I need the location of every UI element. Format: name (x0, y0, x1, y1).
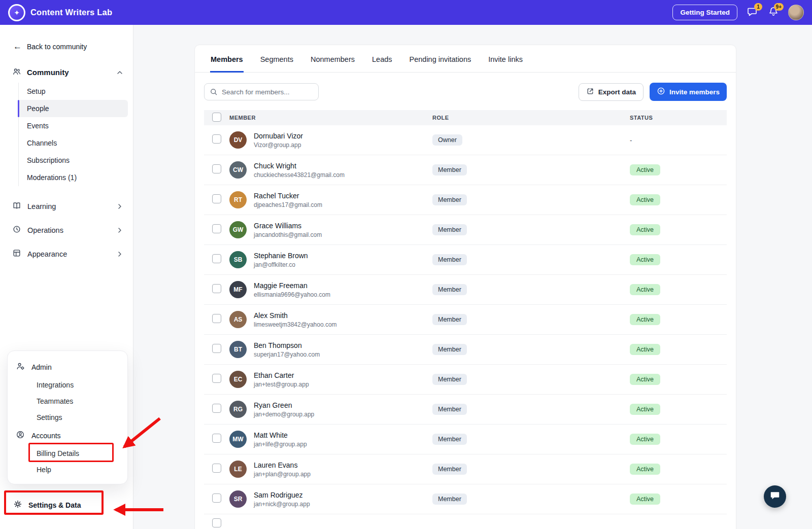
tab[interactable]: Segments (260, 55, 294, 73)
column-status: STATUS (630, 115, 727, 121)
member-name: Matt White (254, 431, 307, 439)
tab[interactable]: Pending invitations (409, 55, 472, 73)
table-row: LE Lauren Evans jan+plan@group.app Membe… (204, 454, 727, 484)
member-name: Grace Williams (254, 222, 322, 230)
sidebar-item[interactable]: Setup (19, 83, 128, 100)
chat-launcher-button[interactable] (764, 485, 786, 508)
member-avatar: BT (229, 341, 247, 358)
tab-label: Leads (372, 55, 392, 63)
row-checkbox[interactable] (212, 493, 221, 503)
tab[interactable]: Leads (371, 55, 393, 73)
column-member: MEMBER (229, 115, 432, 121)
member-email: jan+nick@group.app (254, 501, 310, 508)
table-row: GW Grace Williams jancandothis@gmail.com… (204, 215, 727, 245)
settings-and-data-button[interactable]: Settings & Data (0, 495, 89, 515)
status-badge: Active (630, 284, 660, 295)
community-icon (12, 67, 21, 78)
tab-label: Segments (260, 55, 293, 63)
row-checkbox[interactable] (212, 434, 221, 443)
table-row: EC Ethan Carter jan+test@group.app Membe… (204, 365, 727, 395)
sidebar-section-operations[interactable]: Operations (0, 218, 133, 242)
member-email: Vizor@group.app (254, 142, 303, 149)
member-name: Maggie Freeman (254, 281, 330, 290)
chevron-right-icon (116, 250, 124, 258)
table-row-partial (204, 514, 727, 527)
menu-item-integrations[interactable]: Integrations (8, 377, 127, 393)
row-checkbox[interactable] (212, 284, 221, 293)
chevron-up-icon (116, 68, 124, 77)
book-icon (12, 201, 21, 211)
status-badge: Active (630, 493, 660, 505)
row-checkbox[interactable] (212, 134, 221, 144)
role-badge: Member (432, 284, 467, 295)
row-checkbox[interactable] (212, 194, 221, 203)
member-email: jan@offkilter.co (254, 261, 308, 268)
accounts-person-circle-icon (16, 430, 25, 441)
search-members-input[interactable] (204, 83, 319, 100)
menu-item-settings[interactable]: Settings (8, 409, 127, 426)
row-checkbox[interactable] (212, 164, 221, 173)
tab[interactable]: Invite links (488, 55, 523, 73)
member-avatar: RT (229, 191, 247, 208)
member-name: Lauren Evans (254, 461, 311, 469)
member-name: Ben Thompson (254, 341, 320, 349)
row-checkbox[interactable] (212, 518, 221, 527)
member-email: limesweetjm3842@yahoo.com (254, 321, 337, 328)
sliders-icon (12, 225, 21, 235)
member-email: ellismania9696@yahoo.com (254, 291, 330, 298)
admin-menu-header[interactable]: Admin (8, 357, 127, 377)
member-email: jan+test@group.app (254, 381, 309, 388)
invite-members-button[interactable]: Invite members (650, 83, 727, 101)
member-avatar: RG (229, 401, 247, 418)
sidebar-section-appearance[interactable]: Appearance (0, 242, 133, 266)
member-email: superjan17@yahoo.com (254, 351, 320, 358)
status-badge: Active (630, 404, 660, 415)
topbar: ✦ Content Writers Lab Getting Started 1 … (0, 0, 812, 25)
getting-started-button[interactable]: Getting Started (672, 5, 737, 20)
sidebar-section-learning[interactable]: Learning (0, 194, 133, 218)
sidebar-item[interactable]: Events (19, 117, 128, 134)
member-name: Ethan Carter (254, 371, 309, 379)
status-badge: Active (630, 164, 660, 175)
tab[interactable]: Nonmembers (310, 55, 355, 73)
export-data-button[interactable]: Export data (579, 83, 644, 101)
member-avatar: EC (229, 371, 247, 388)
sidebar-item[interactable]: Subscriptions (19, 152, 128, 169)
role-badge: Member (432, 314, 467, 325)
menu-item-billing-details[interactable]: Billing Details (8, 445, 127, 462)
sidebar-item[interactable]: Moderations (1) (19, 169, 128, 186)
sidebar-section-community[interactable]: Community (0, 67, 133, 82)
export-icon (586, 87, 594, 97)
row-checkbox[interactable] (212, 314, 221, 323)
messages-button[interactable]: 1 (746, 6, 759, 19)
tab[interactable]: Members (210, 55, 244, 73)
sidebar-item-label: Setup (27, 87, 46, 95)
sidebar-item[interactable]: Channels (19, 134, 128, 152)
status-badge: Active (630, 314, 660, 325)
row-checkbox[interactable] (212, 404, 221, 413)
menu-item-teammates[interactable]: Teammates (8, 393, 127, 409)
select-all-checkbox[interactable] (212, 113, 221, 122)
table-row: MW Matt White jan+life@group.app Member … (204, 425, 727, 454)
member-email: jancandothis@gmail.com (254, 231, 322, 238)
table-row: SR Sam Rodriguez jan+nick@group.app Memb… (204, 484, 727, 514)
row-checkbox[interactable] (212, 464, 221, 473)
sidebar-item[interactable]: People (19, 100, 128, 117)
member-avatar: LE (229, 461, 247, 478)
member-name: Rachel Tucker (254, 192, 322, 200)
tab-label: Invite links (488, 55, 523, 63)
menu-item-help[interactable]: Help (8, 462, 127, 478)
notifications-button[interactable]: 9+ (767, 6, 780, 19)
row-checkbox[interactable] (212, 224, 221, 233)
row-checkbox[interactable] (212, 374, 221, 383)
user-avatar[interactable] (788, 5, 804, 20)
row-checkbox[interactable] (212, 254, 221, 263)
role-badge: Member (432, 344, 467, 355)
row-checkbox[interactable] (212, 344, 221, 353)
member-avatar: SR (229, 490, 247, 508)
sidebar-item-label: Events (27, 122, 49, 130)
accounts-menu-header[interactable]: Accounts (8, 426, 127, 445)
table-row: CW Chuck Wright chuckiechesse43821@gmail… (204, 155, 727, 185)
members-table-body: DV Dornubari Vizor Vizor@group.app Owner… (195, 125, 736, 514)
back-to-community-link[interactable]: ← Back to community (0, 25, 133, 52)
